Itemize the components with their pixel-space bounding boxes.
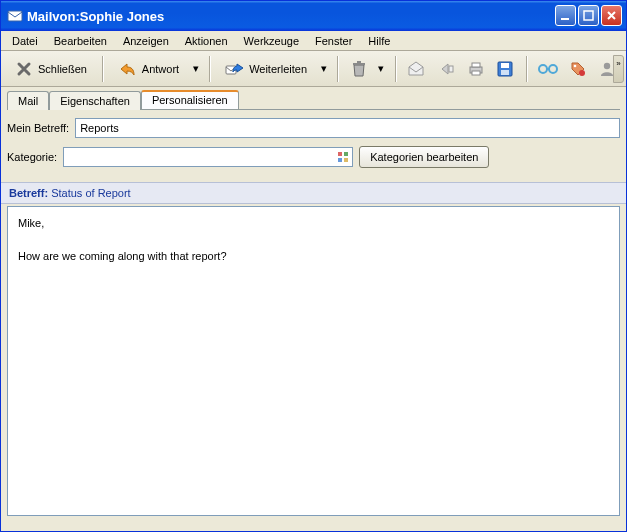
svg-rect-21	[344, 158, 348, 162]
menu-fenster[interactable]: Fenster	[308, 33, 359, 49]
toolbar-separator	[526, 56, 527, 82]
svg-point-13	[539, 65, 547, 73]
tab-eigenschaften[interactable]: Eigenschaften	[49, 91, 141, 110]
forward-arrow-icon	[225, 59, 245, 79]
print-button[interactable]	[463, 55, 489, 83]
chevron-down-icon: ▾	[193, 62, 199, 75]
svg-rect-12	[501, 70, 509, 75]
svg-rect-20	[338, 158, 342, 162]
svg-rect-6	[449, 66, 453, 72]
glasses-button[interactable]	[535, 55, 561, 83]
svg-point-17	[604, 62, 610, 68]
chevron-down-icon: ▾	[321, 62, 327, 75]
close-mail-label: Schließen	[38, 63, 87, 75]
subject-bar: Betreff: Status of Report	[1, 182, 626, 204]
tab-label: Mail	[18, 95, 38, 107]
svg-rect-0	[8, 11, 22, 21]
toolbar-separator	[102, 56, 103, 82]
glasses-icon	[538, 59, 558, 79]
tag-button[interactable]	[565, 55, 591, 83]
menu-hilfe[interactable]: Hilfe	[361, 33, 397, 49]
printer-icon	[466, 59, 486, 79]
toolbar-separator	[209, 56, 210, 82]
menu-datei[interactable]: Datei	[5, 33, 45, 49]
forward-label: Weiterleiten	[249, 63, 307, 75]
tabstrip: Mail Eigenschaften Personalisieren	[1, 87, 626, 109]
app-mail-icon	[7, 8, 23, 24]
toolbar-overflow[interactable]: »	[613, 55, 624, 83]
svg-rect-5	[357, 61, 361, 63]
trash-icon	[349, 59, 369, 79]
edit-categories-button[interactable]: Kategorien bearbeiten	[359, 146, 489, 168]
edit-categories-label: Kategorien bearbeiten	[370, 151, 478, 163]
svg-rect-1	[561, 18, 569, 20]
subject-label: Betreff:	[9, 187, 48, 199]
category-label: Kategorie:	[7, 151, 57, 163]
tab-label: Eigenschaften	[60, 95, 130, 107]
tab-mail[interactable]: Mail	[7, 91, 49, 110]
svg-rect-18	[338, 152, 342, 156]
svg-rect-8	[472, 63, 480, 67]
svg-rect-19	[344, 152, 348, 156]
forward-dropdown[interactable]: ▾	[318, 55, 329, 83]
delete-dropdown[interactable]: ▾	[376, 55, 387, 83]
menubar: Datei Bearbeiten Anzeigen Aktionen Werkz…	[1, 31, 626, 51]
category-picker-icon[interactable]	[334, 148, 352, 166]
svg-point-15	[573, 64, 576, 67]
chevron-right-icon: »	[616, 59, 620, 68]
menu-werkzeuge[interactable]: Werkzeuge	[237, 33, 306, 49]
chevron-down-icon: ▾	[378, 62, 384, 75]
delete-button[interactable]	[346, 55, 372, 83]
category-input[interactable]	[64, 149, 334, 165]
close-mail-button[interactable]: Schließen	[7, 55, 94, 83]
svg-point-16	[579, 70, 585, 76]
floppy-icon	[495, 59, 515, 79]
tab-label: Personalisieren	[152, 94, 228, 106]
mark-read-button[interactable]	[404, 55, 430, 83]
window-title: Mailvon:Sophie Jones	[27, 9, 164, 24]
my-subject-input[interactable]	[75, 118, 620, 138]
reply-arrow-icon	[118, 59, 138, 79]
envelope-open-icon	[406, 59, 426, 79]
body-line: Mike,	[18, 215, 609, 232]
maximize-button[interactable]	[578, 5, 599, 26]
toolbar: Schließen Antwort ▾ Weiterleiten ▾ ▾	[1, 51, 626, 87]
tag-icon	[568, 59, 588, 79]
message-body: Mike, How are we coming along with that …	[7, 206, 620, 516]
menu-aktionen[interactable]: Aktionen	[178, 33, 235, 49]
save-button[interactable]	[493, 55, 519, 83]
subject-value: Status of Report	[51, 187, 131, 199]
category-combo[interactable]	[63, 147, 353, 167]
reply-dropdown[interactable]: ▾	[190, 55, 201, 83]
form-area: Mein Betreff: Kategorie: Kategorien bear…	[1, 110, 626, 182]
body-line: How are we coming along with that report…	[18, 248, 609, 265]
prev-icon	[436, 59, 456, 79]
svg-rect-9	[472, 71, 480, 75]
my-subject-label: Mein Betreff:	[7, 122, 69, 134]
svg-rect-11	[501, 63, 509, 68]
toolbar-separator	[395, 56, 396, 82]
minimize-button[interactable]	[555, 5, 576, 26]
close-x-icon	[14, 59, 34, 79]
tab-personalisieren[interactable]: Personalisieren	[141, 90, 239, 109]
svg-rect-2	[584, 11, 593, 20]
reply-button[interactable]: Antwort	[111, 55, 186, 83]
menu-bearbeiten[interactable]: Bearbeiten	[47, 33, 114, 49]
toolbar-separator	[337, 56, 338, 82]
menu-anzeigen[interactable]: Anzeigen	[116, 33, 176, 49]
reply-label: Antwort	[142, 63, 179, 75]
forward-button[interactable]: Weiterleiten	[218, 55, 314, 83]
close-button[interactable]	[601, 5, 622, 26]
svg-rect-4	[353, 63, 365, 65]
previous-button[interactable]	[433, 55, 459, 83]
svg-point-14	[549, 65, 557, 73]
window-titlebar: Mailvon:Sophie Jones	[1, 1, 626, 31]
